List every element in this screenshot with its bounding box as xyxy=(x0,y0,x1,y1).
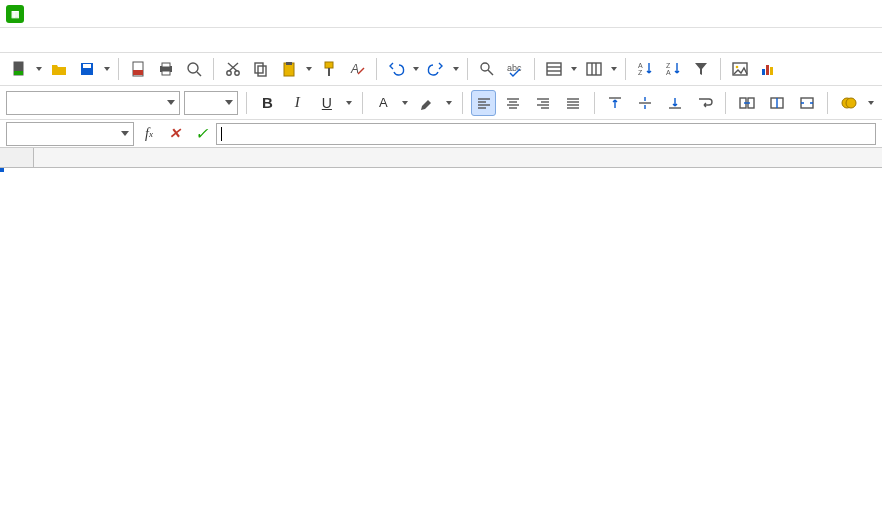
svg-point-37 xyxy=(736,66,739,69)
svg-rect-3 xyxy=(83,64,91,68)
formula-input[interactable] xyxy=(216,123,876,145)
bold-button[interactable]: B xyxy=(255,90,281,116)
selection-border xyxy=(0,168,4,172)
new-dropdown[interactable] xyxy=(34,56,44,82)
unmerge-button[interactable] xyxy=(794,90,820,116)
save-button[interactable] xyxy=(74,56,100,82)
cancel-button[interactable]: ✕ xyxy=(164,123,186,145)
paste-button[interactable] xyxy=(276,56,302,82)
svg-rect-39 xyxy=(766,65,769,75)
undo-dropdown[interactable] xyxy=(411,56,421,82)
svg-point-66 xyxy=(846,98,856,108)
svg-rect-18 xyxy=(286,62,292,65)
formula-bar: fx ✕ ✓ xyxy=(0,120,882,148)
paste-dropdown[interactable] xyxy=(304,56,314,82)
wrap-text-button[interactable] xyxy=(692,90,718,116)
svg-rect-15 xyxy=(255,63,263,73)
highlight-dropdown[interactable] xyxy=(444,90,454,116)
highlight-button[interactable] xyxy=(414,90,440,116)
italic-button[interactable]: I xyxy=(284,90,310,116)
svg-line-10 xyxy=(197,72,201,76)
split-cells-button[interactable] xyxy=(764,90,790,116)
svg-rect-5 xyxy=(133,70,143,75)
svg-point-9 xyxy=(188,63,198,73)
formatting-toolbar: B I U A xyxy=(0,86,882,120)
align-middle-button[interactable] xyxy=(632,90,658,116)
menubar xyxy=(0,28,882,52)
svg-text:Z: Z xyxy=(666,62,671,69)
font-color-button[interactable]: A xyxy=(371,90,397,116)
name-box[interactable] xyxy=(6,122,134,146)
export-pdf-button[interactable] xyxy=(125,56,151,82)
insert-image-button[interactable] xyxy=(727,56,753,82)
undo-button[interactable] xyxy=(383,56,409,82)
svg-point-23 xyxy=(481,63,489,71)
copy-button[interactable] xyxy=(248,56,274,82)
svg-rect-19 xyxy=(325,62,333,68)
row-button[interactable] xyxy=(541,56,567,82)
sort-asc-button[interactable]: AZ xyxy=(632,56,658,82)
titlebar: ▦ xyxy=(0,0,882,28)
standard-toolbar: A abc AZ ZA xyxy=(0,52,882,86)
currency-button[interactable] xyxy=(836,90,862,116)
svg-text:A: A xyxy=(350,62,359,76)
align-center-button[interactable] xyxy=(500,90,526,116)
align-justify-button[interactable] xyxy=(560,90,586,116)
sort-desc-button[interactable]: ZA xyxy=(660,56,686,82)
open-button[interactable] xyxy=(46,56,72,82)
spellcheck-button[interactable]: abc xyxy=(502,56,528,82)
svg-text:abc: abc xyxy=(507,63,522,73)
font-size-combo[interactable] xyxy=(184,91,238,115)
align-top-button[interactable] xyxy=(603,90,629,116)
print-preview-button[interactable] xyxy=(181,56,207,82)
svg-rect-26 xyxy=(547,63,561,75)
function-wizard-button[interactable]: fx xyxy=(138,123,160,145)
align-right-button[interactable] xyxy=(530,90,556,116)
accept-button[interactable]: ✓ xyxy=(190,123,212,145)
redo-button[interactable] xyxy=(423,56,449,82)
insert-chart-button[interactable] xyxy=(755,56,781,82)
currency-dropdown[interactable] xyxy=(866,90,876,116)
autofilter-button[interactable] xyxy=(688,56,714,82)
svg-rect-7 xyxy=(162,63,170,67)
svg-rect-8 xyxy=(162,71,170,75)
underline-dropdown[interactable] xyxy=(344,90,354,116)
svg-text:Z: Z xyxy=(638,69,643,76)
clone-formatting-button[interactable] xyxy=(316,56,342,82)
new-document-button[interactable] xyxy=(6,56,32,82)
save-dropdown[interactable] xyxy=(102,56,112,82)
svg-text:A: A xyxy=(638,62,643,69)
font-color-dropdown[interactable] xyxy=(400,90,410,116)
svg-text:A: A xyxy=(666,69,671,76)
svg-rect-29 xyxy=(587,63,601,75)
app-icon: ▦ xyxy=(6,5,24,23)
merge-cells-button[interactable] xyxy=(734,90,760,116)
col-dropdown[interactable] xyxy=(609,56,619,82)
svg-rect-38 xyxy=(762,69,765,75)
underline-button[interactable]: U xyxy=(314,90,340,116)
svg-rect-40 xyxy=(770,67,773,75)
print-button[interactable] xyxy=(153,56,179,82)
font-name-combo[interactable] xyxy=(6,91,180,115)
clear-formatting-button[interactable]: A xyxy=(344,56,370,82)
svg-line-24 xyxy=(488,70,493,75)
svg-rect-1 xyxy=(14,71,23,75)
svg-point-11 xyxy=(227,71,231,75)
row-dropdown[interactable] xyxy=(569,56,579,82)
find-button[interactable] xyxy=(474,56,500,82)
column-button[interactable] xyxy=(581,56,607,82)
svg-point-12 xyxy=(235,71,239,75)
sheet-area[interactable] xyxy=(0,148,882,505)
cut-button[interactable] xyxy=(220,56,246,82)
select-all-corner[interactable] xyxy=(0,148,34,167)
align-bottom-button[interactable] xyxy=(662,90,688,116)
align-left-button[interactable] xyxy=(471,90,497,116)
svg-rect-16 xyxy=(258,66,266,76)
column-headers xyxy=(0,148,882,168)
redo-dropdown[interactable] xyxy=(451,56,461,82)
svg-rect-20 xyxy=(328,68,330,76)
